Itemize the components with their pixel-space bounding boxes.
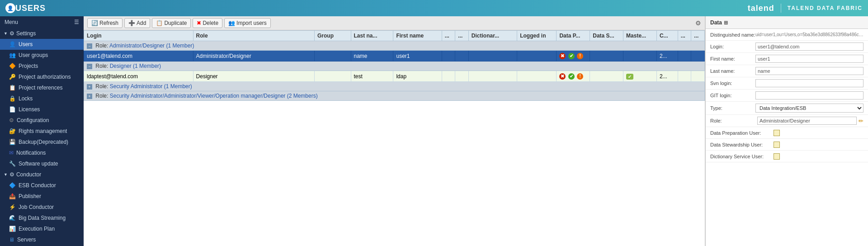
group1-link[interactable]: Administrator/Designer (1 Member) [109, 43, 194, 49]
sidebar-item-project-authorizations[interactable]: 🔑 Project authorizations [0, 71, 84, 82]
sidebar-item-big-data-streaming[interactable]: 🌊 Big Data Streaming [0, 213, 84, 223]
content-area: 🔄 Refresh ➕ Add 📋 Duplicate ✖ Delete 👥 [84, 16, 868, 246]
add-button[interactable]: ➕ Add [124, 18, 150, 28]
import-users-button[interactable]: 👥 Import users [224, 18, 271, 28]
sidebar-group-conductor[interactable]: ▼ ⚙ Conductor [0, 169, 84, 180]
checkbox-dictionary-service[interactable] [774, 153, 780, 160]
expand-group4-icon[interactable]: + [87, 94, 92, 99]
sidebar-item-job-conductor[interactable]: ⚡ Job Conductor [0, 202, 84, 213]
field-select-type[interactable]: Data Integration/ESB Cloud Big Data [755, 104, 863, 113]
field-label-last-name: Last name: [710, 68, 755, 74]
expand-group1-icon[interactable]: − [87, 43, 92, 49]
sidebar-item-notifications-label: Notifications [16, 150, 46, 156]
cell-last-name: name [351, 51, 393, 62]
duplicate-icon: 📋 [156, 20, 163, 26]
field-input-role[interactable] [757, 117, 857, 125]
sidebar-item-projects[interactable]: 🔶 Projects [0, 61, 84, 71]
col-data-s: Data S... [590, 31, 623, 41]
sidebar-item-backup[interactable]: 💾 Backup(Deprecated) [0, 137, 84, 147]
user-groups-icon: 👥 [9, 52, 16, 58]
group4-link[interactable]: Security Administrator/Administrator/Vie… [110, 93, 318, 99]
servers-icon: 🖥 [9, 237, 14, 243]
conductor-group-icon: ⚙ [9, 171, 14, 178]
sidebar-item-project-references[interactable]: 📋 Project references [0, 82, 84, 93]
sidebar-item-esb-conductor[interactable]: 🔷 ESB Conductor [0, 180, 84, 191]
field-label-distinguished: Distinguished name: [710, 32, 755, 38]
sidebar-item-publisher[interactable]: 📤 Publisher [0, 191, 84, 202]
execution-plan-icon: 📊 [9, 226, 16, 232]
toolbar: 🔄 Refresh ➕ Add 📋 Duplicate ✖ Delete 👥 [84, 16, 705, 30]
field-input-login[interactable] [755, 43, 863, 51]
group2-link[interactable]: Designer (1 Member) [110, 63, 161, 69]
cell-e4b [691, 71, 705, 82]
sidebar-item-licenses[interactable]: 📄 Licenses [0, 104, 84, 115]
sidebar-item-rights-management[interactable]: 🔐 Rights management [0, 126, 84, 137]
users-icon: 👤 [9, 41, 16, 47]
sidebar-item-user-groups[interactable]: 👥 User groups [0, 50, 84, 61]
cell-e2 [455, 51, 469, 62]
sidebar-item-licenses-label: Licenses [19, 106, 40, 113]
table-row[interactable]: ldaptest@talend.com Designer test ldap ✖ [84, 71, 705, 82]
checkbox-data-prep[interactable] [774, 130, 780, 136]
header-right: talend TALEND DATA FABRIC [748, 4, 863, 13]
sidebar-item-software-update-label: Software update [19, 161, 58, 167]
refresh-button[interactable]: 🔄 Refresh [87, 18, 123, 28]
sidebar-item-backup-label: Backup(Deprecated) [19, 139, 68, 145]
sidebar-item-software-update[interactable]: 🔧 Software update [0, 158, 84, 169]
sidebar-item-rights-management-label: Rights management [19, 128, 67, 134]
header-icon: 👤 [5, 3, 15, 13]
expand-group2-icon[interactable]: − [87, 64, 92, 69]
sidebar-item-servers[interactable]: 🖥 Servers [0, 234, 84, 245]
sidebar-item-project-authorizations-label: Project authorizations [19, 74, 71, 80]
field-input-git-login[interactable] [755, 91, 863, 99]
field-row-login: Login: [706, 41, 868, 53]
sidebar-item-configuration-label: Configuration [17, 117, 49, 123]
cell-login2: ldaptest@talend.com [84, 71, 193, 82]
edit-role-button[interactable]: ✏ [859, 118, 863, 124]
sidebar-item-execution-plan[interactable]: 📊 Execution Plan [0, 223, 84, 234]
sidebar-item-projects-label: Projects [19, 63, 38, 69]
cell-e3 [678, 51, 691, 62]
cell-dict2 [468, 71, 517, 82]
group3-label: Role: [95, 83, 109, 90]
group-row-security-admin-complex: + Role: Security Administrator/Administr… [84, 91, 705, 101]
sidebar-group-settings[interactable]: ▼ ⚙ Settings [0, 28, 84, 39]
status-red-icon: ✖ [559, 53, 566, 59]
sidebar-item-big-data-streaming-label: Big Data Streaming [19, 215, 66, 221]
expand-group3-icon[interactable]: + [87, 84, 92, 90]
cell-role2: Designer [193, 71, 314, 82]
field-input-svn-login[interactable] [755, 79, 863, 87]
notifications-icon: ✉ [9, 150, 14, 156]
cell-master [623, 51, 657, 62]
sidebar-item-users[interactable]: 👤 Users [0, 39, 84, 50]
main-layout: Menu ☰ ▼ ⚙ Settings 👤 Users 👥 User group… [0, 16, 868, 246]
settings-gear-button[interactable]: ⚙ [695, 19, 701, 27]
sidebar-item-locks[interactable]: 🔒 Locks [0, 93, 84, 104]
cell-login: user1@talend.com [84, 51, 193, 62]
cell-role: Administrator/Designer [193, 51, 314, 62]
delete-button[interactable]: ✖ Delete [193, 18, 222, 28]
sidebar-item-job-conductor-label: Job Conductor [19, 204, 54, 210]
config-icon: ⚙ [9, 117, 14, 123]
cell-dp2: ✖ ✔ ! [557, 71, 590, 82]
panel-expand-icon[interactable]: ⊞ [724, 20, 728, 25]
cell-first-name2: ldap [393, 71, 442, 82]
sidebar-item-user-groups-label: User groups [19, 52, 48, 58]
table-row[interactable]: user1@talend.com Administrator/Designer … [84, 51, 705, 62]
field-row-data-prep: Data Preparation User: [706, 127, 868, 139]
field-input-first-name[interactable] [755, 55, 863, 63]
talend-subtitle: TALEND DATA FABRIC [788, 5, 863, 11]
menu-label: Menu [5, 19, 18, 25]
group3-link[interactable]: Security Administrator (1 Member) [110, 83, 192, 90]
sidebar-item-configuration[interactable]: ⚙ Configuration [0, 115, 84, 126]
cell-logged2 [517, 71, 557, 82]
checkbox-data-stewardship[interactable] [774, 142, 780, 148]
users-table: Login Role Group Last na... First name .… [84, 30, 705, 101]
sidebar-item-notifications[interactable]: ✉ Notifications [0, 147, 84, 158]
field-input-last-name[interactable] [755, 67, 863, 75]
sidebar-item-users-label: Users [19, 41, 33, 47]
duplicate-button[interactable]: 📋 Duplicate [152, 18, 191, 28]
group4-label: Role: [95, 93, 109, 99]
sidebar-item-project-references-label: Project references [19, 85, 62, 91]
menu-toggle-icon[interactable]: ☰ [74, 19, 79, 25]
